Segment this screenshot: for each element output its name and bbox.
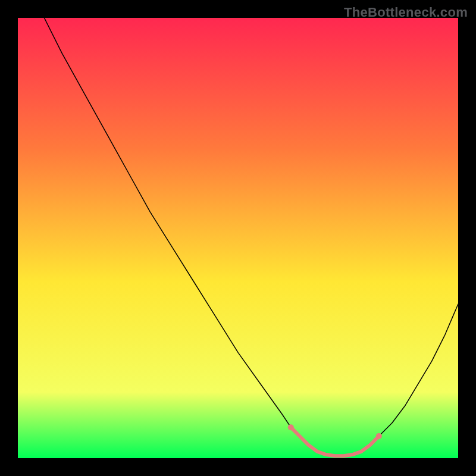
highlight-start-marker bbox=[288, 424, 294, 430]
plot-area bbox=[18, 18, 458, 458]
plot-container: TheBottleneck.com bbox=[0, 0, 476, 476]
chart-background bbox=[18, 18, 458, 458]
highlight-end-marker bbox=[376, 433, 382, 439]
watermark-text: TheBottleneck.com bbox=[344, 5, 468, 20]
chart-svg bbox=[18, 18, 458, 458]
